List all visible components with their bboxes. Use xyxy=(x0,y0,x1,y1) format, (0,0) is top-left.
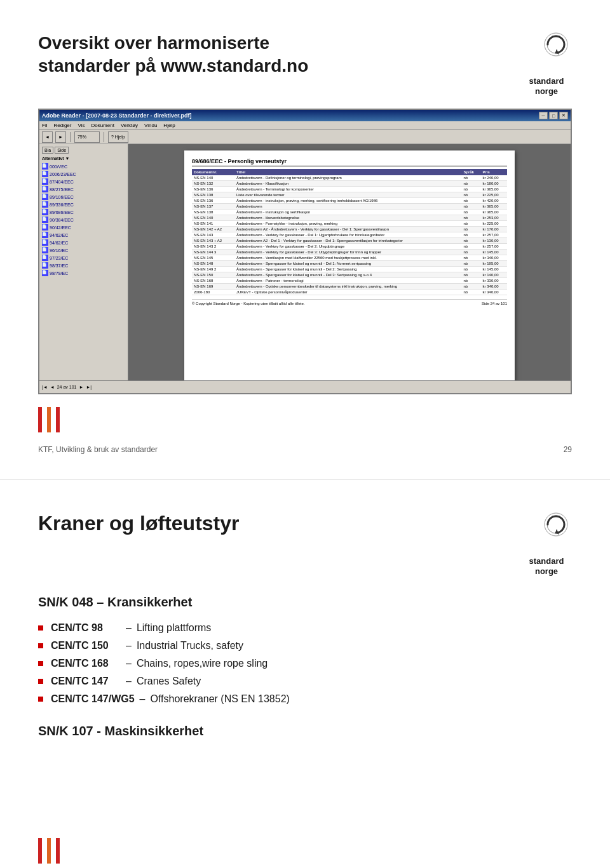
sidebar-item-14[interactable]: 📄 98/37/EC xyxy=(42,262,125,269)
sidebar-item-11[interactable]: 📄 94/62/EC xyxy=(42,239,125,246)
page-navigation-next[interactable]: ► xyxy=(79,385,83,389)
help-btn[interactable]: ? Hjelp xyxy=(108,131,128,143)
table-cell-20-1: JUKEVT - Optiske personnivåprodusenter xyxy=(234,290,461,295)
forward-button[interactable]: ► xyxy=(55,131,66,143)
table-cell-16-1: Åndedrettsvern - Sperrgasser for klatsel… xyxy=(234,267,461,272)
pdf-page-info: Side 24 av 101 xyxy=(482,302,507,305)
sidebar-item-13[interactable]: 📄 97/23/EC xyxy=(42,254,125,262)
menu-fil[interactable]: Fil xyxy=(42,123,47,128)
table-cell-14-1: Åndedrettsvern - Ventilasjon med klaffve… xyxy=(234,255,461,261)
table-cell-11-2: nb xyxy=(461,238,480,244)
close-button[interactable]: ✕ xyxy=(559,112,568,119)
table-cell-16-0: NS-EN 149 2 xyxy=(192,267,234,272)
sidebar-item-9[interactable]: 📄 90/42/EEC xyxy=(42,224,125,231)
back-button[interactable]: ◄ xyxy=(42,131,53,143)
table-cell-9-3: kr 170,00 xyxy=(481,227,507,232)
table-cell-8-2: nb xyxy=(461,221,480,227)
table-cell-6-3: kr 365,00 xyxy=(481,210,507,215)
table-cell-15-3: kr 195,00 xyxy=(481,261,507,267)
sidebar-tab-pages[interactable]: Side xyxy=(55,147,69,154)
adobe-titlebar: Adobe Reader - [2007-08-23 Standarder - … xyxy=(39,110,571,121)
menu-vindu[interactable]: Vindu xyxy=(144,123,157,128)
sidebar-item-15[interactable]: 📄 98/79/EC xyxy=(42,269,125,277)
table-row: NS-EN 140Åndedrettsvern - likeverdsbeteg… xyxy=(192,215,507,221)
table-cell-20-2: nb xyxy=(461,290,480,295)
sidebar-item-12[interactable]: 📄 96/16/EC xyxy=(42,246,125,254)
table-cell-19-1: Åndedrettsvern - Optiske personvernbeske… xyxy=(234,284,461,290)
orange-bar xyxy=(47,407,51,432)
table-row: NS-EN 141Åndedrettsvern - Formstykke - i… xyxy=(192,221,507,227)
sidebar-item-10[interactable]: 📄 94/62/EC xyxy=(42,231,125,239)
menu-rediger[interactable]: Rediger xyxy=(53,123,71,128)
adobe-content-area: Bla Side Alternativt ▼ 📄 000/VEC 📄 2006/… xyxy=(39,144,571,380)
sidebar-item-7[interactable]: 📄 89/686/EEC xyxy=(42,208,125,216)
sidebar-item-3[interactable]: 📄 87/404/EEC xyxy=(42,178,125,185)
page-2: Kraner og løfteutstyr standard norge SN/… xyxy=(0,480,610,868)
table-cell-2-3: kr 365,00 xyxy=(481,187,507,192)
table-cell-5-2: nb xyxy=(461,204,480,210)
page2-red-bar-1 xyxy=(38,838,42,864)
sidebar-tabs: Bla Side xyxy=(42,147,125,154)
table-cell-7-2: nb xyxy=(461,215,480,221)
doc-icon-14: 📄 xyxy=(42,262,48,269)
table-cell-10-3: kr 257,00 xyxy=(481,232,507,238)
table-row: NS-EN 137Åndedrettsvernnbkr 365,00 xyxy=(192,204,507,210)
doc-icon-8: 📄 xyxy=(42,217,48,223)
table-cell-7-1: Åndedrettsvern - likeverdsbetegnelse xyxy=(234,215,461,221)
doc-icon-3: 📄 xyxy=(42,178,48,185)
page-navigation-back[interactable]: ◄ xyxy=(50,385,55,389)
menu-hjelp[interactable]: Hjelp xyxy=(163,123,175,128)
table-row: NS-EN 138Liste over tilsvarende termernb… xyxy=(192,192,507,198)
table-row: NS-EN 168Åndedrettsvern - Patroner - ter… xyxy=(192,278,507,284)
table-cell-17-0: NS-EN 150 xyxy=(192,272,234,278)
table-cell-3-0: NS-EN 138 xyxy=(192,192,234,198)
adobe-statusbar: |◄ ◄ 24 av 101 ► ►| xyxy=(39,380,571,393)
table-row: NS-EN 149 2Åndedrettsvern - Sperrgasser … xyxy=(192,267,507,272)
table-cell-9-1: Åndedrettsvern A2 - Åndedrettsvern - Ver… xyxy=(234,227,461,232)
table-cell-17-1: Åndedrettsvern - Sperrgasser for klatsel… xyxy=(234,272,461,278)
main-title-line2: standarder på www.standard.no xyxy=(38,55,308,77)
table-cell-8-0: NS-EN 141 xyxy=(192,221,234,227)
section-heading-container: Kraner og løfteutstyr xyxy=(38,512,239,554)
page-1-header: Oversikt over harmoniserte standarder på… xyxy=(38,32,572,96)
table-cell-12-1: Åndedrettsvern - Verktøy for gasskasser … xyxy=(234,244,461,250)
table-cell-4-2: nb xyxy=(461,198,480,204)
adobe-sidebar: Bla Side Alternativt ▼ 📄 000/VEC 📄 2006/… xyxy=(39,144,128,380)
table-cell-11-1: Åndedrettsvern A2 - Del 1 - Verktøy for … xyxy=(234,238,461,244)
maximize-button[interactable]: □ xyxy=(549,112,558,119)
footer-page-number: 29 xyxy=(564,445,572,454)
minimize-button[interactable]: ─ xyxy=(539,112,548,119)
sidebar-item-1[interactable]: 📄 000/VEC xyxy=(42,163,125,170)
sidebar-item-4[interactable]: 📄 88/275/EEC xyxy=(42,185,125,193)
sidebar-tab-bookmarks[interactable]: Bla xyxy=(42,147,53,154)
table-cell-9-0: NS-EN 142 + A2 xyxy=(192,227,234,232)
sidebar-item-2[interactable]: 📄 2006/23/EEC xyxy=(42,170,125,178)
dash-2: – xyxy=(126,640,132,651)
page-navigation-last[interactable]: ►| xyxy=(86,385,92,389)
menu-vis[interactable]: Vis xyxy=(78,123,85,128)
doc-icon-6: 📄 xyxy=(42,201,48,208)
table-cell-0-2: nb xyxy=(461,175,480,181)
dash-4: – xyxy=(126,676,132,687)
tc-code-4: CEN/TC 147 xyxy=(51,676,121,687)
menu-verktoy[interactable]: Verktøy xyxy=(121,123,138,128)
table-cell-9-2: nb xyxy=(461,227,480,232)
page-navigation-prev[interactable]: |◄ xyxy=(42,385,48,389)
sidebar-item-5[interactable]: 📄 89/106/EEC xyxy=(42,193,125,201)
table-cell-8-1: Åndedrettsvern - Formstykke - instruksjo… xyxy=(234,221,461,227)
doc-icon-12: 📄 xyxy=(42,247,48,253)
table-cell-10-0: NS-EN 143 xyxy=(192,232,234,238)
bullet-item-3: CEN/TC 168 – Chains, ropes,wire rope sli… xyxy=(38,658,572,669)
sidebar-header: Alternativt ▼ xyxy=(42,156,125,161)
col-header-pris: Pris xyxy=(481,169,507,175)
doc-icon-11: 📄 xyxy=(42,239,48,246)
zoom-select[interactable]: 75% xyxy=(74,131,100,143)
sidebar-item-6[interactable]: 📄 89/336/EEC xyxy=(42,201,125,208)
sidebar-item-8[interactable]: 📄 90/384/EEC xyxy=(42,216,125,224)
bullet-item-1: CEN/TC 98 – Lifting plattforms xyxy=(38,622,572,634)
doc-icon-1: 📄 xyxy=(42,163,48,170)
logo-text-line1: standard xyxy=(529,76,564,86)
table-cell-12-0: NS-EN 143 2 xyxy=(192,244,234,250)
menu-dokument[interactable]: Dokument xyxy=(91,123,114,128)
table-cell-2-2: nb xyxy=(461,187,480,192)
